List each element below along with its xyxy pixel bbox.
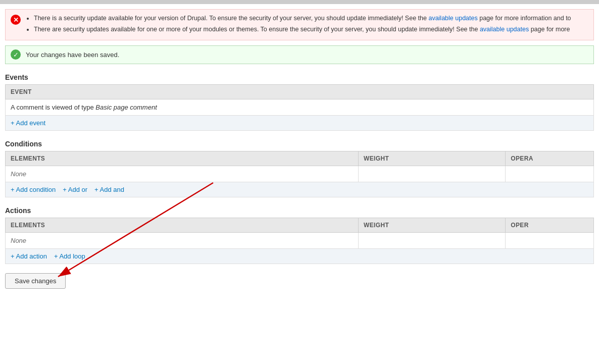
actions-links: + Add action + Add loop	[11, 252, 588, 260]
add-and-link[interactable]: + Add and	[94, 186, 124, 193]
add-loop-link[interactable]: + Add loop	[54, 252, 85, 260]
add-event-link[interactable]: + Add event	[11, 119, 45, 127]
events-actions: + Add event	[11, 119, 588, 127]
alert-error: ✕ There is a security update available f…	[5, 9, 594, 40]
actions-section-title: Actions	[5, 206, 594, 215]
error-icon: ✕	[11, 15, 21, 25]
conditions-col-elements: ELEMENTS	[6, 151, 359, 166]
actions-action-row: + Add action + Add loop	[6, 248, 594, 264]
events-action-row: + Add event	[6, 115, 594, 130]
error-message-2: There are security updates available for…	[34, 25, 587, 34]
success-message: Your changes have been saved.	[26, 51, 119, 59]
actions-none-cell: None	[6, 232, 359, 248]
error-message-1: There is a security update available for…	[34, 14, 587, 23]
conditions-none-cell: None	[6, 166, 359, 182]
actions-col-operations: OPER	[506, 218, 594, 232]
available-updates-link-1[interactable]: available updates	[428, 15, 477, 22]
events-table: EVENT A comment is viewed of type Basic …	[5, 84, 594, 131]
table-row: A comment is viewed of type Basic page c…	[6, 99, 594, 115]
conditions-col-weight: WEIGHT	[359, 151, 506, 166]
events-section-title: Events	[5, 73, 594, 81]
conditions-section-title: Conditions	[5, 140, 594, 148]
save-changes-button[interactable]: Save changes	[5, 273, 66, 289]
table-row: None	[6, 166, 594, 182]
top-bar	[0, 0, 599, 4]
event-cell: A comment is viewed of type Basic page c…	[6, 99, 594, 115]
conditions-actions: + Add condition + Add or + Add and	[11, 186, 588, 193]
page-wrapper: ✕ There is a security update available f…	[0, 0, 599, 364]
table-row: None	[6, 232, 594, 248]
success-icon: ✓	[11, 49, 21, 60]
actions-col-elements: ELEMENTS	[6, 218, 359, 232]
available-link[interactable]: available	[480, 26, 505, 33]
add-action-link[interactable]: + Add action	[11, 252, 47, 260]
conditions-col-operations: OPERA	[506, 151, 594, 166]
updates-link[interactable]: updates	[507, 26, 529, 33]
conditions-table: ELEMENTS WEIGHT OPERA None	[5, 151, 594, 197]
event-type: Basic page comment	[95, 103, 157, 111]
conditions-action-row: + Add condition + Add or + Add and	[6, 182, 594, 197]
events-col-event: EVENT	[6, 84, 594, 99]
actions-col-weight: WEIGHT	[359, 218, 506, 232]
alert-success: ✓ Your changes have been saved.	[5, 45, 594, 64]
actions-table: ELEMENTS WEIGHT OPER None	[5, 218, 594, 264]
add-condition-link[interactable]: + Add condition	[11, 186, 56, 193]
add-or-link[interactable]: + Add or	[63, 186, 87, 193]
